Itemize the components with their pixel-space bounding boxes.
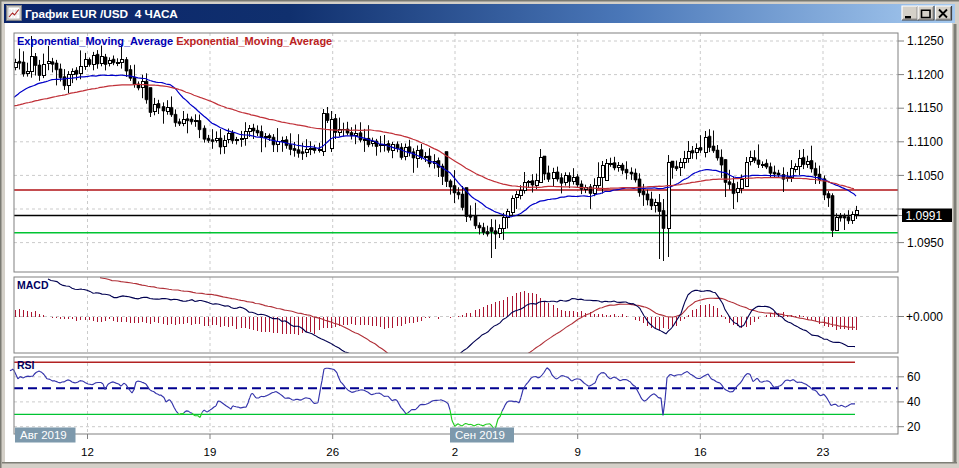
svg-text:2: 2	[452, 446, 458, 458]
svg-text:+0.000: +0.000	[906, 310, 943, 324]
svg-text:Exponential_Moving_Average Exp: Exponential_Moving_Average Exponential_M…	[17, 35, 332, 47]
svg-text:60: 60	[907, 370, 921, 384]
svg-text:19: 19	[204, 446, 217, 458]
svg-text:1.1050: 1.1050	[907, 169, 944, 183]
svg-text:1.0950: 1.0950	[907, 236, 944, 250]
svg-text:Авг 2019: Авг 2019	[20, 429, 67, 441]
svg-text:23: 23	[817, 446, 830, 458]
svg-text:1.1250: 1.1250	[907, 34, 944, 48]
svg-text:1.1100: 1.1100	[907, 135, 943, 149]
svg-text:9: 9	[574, 446, 580, 458]
svg-text:MACD: MACD	[17, 279, 49, 291]
svg-text:20: 20	[907, 420, 921, 434]
svg-text:1.1200: 1.1200	[907, 68, 944, 82]
svg-text:16: 16	[694, 446, 707, 458]
svg-text:12: 12	[81, 446, 94, 458]
svg-text:График EUR /USD 4 ЧАСА: График EUR /USD 4 ЧАСА	[25, 7, 178, 21]
svg-text:1.0991: 1.0991	[906, 209, 943, 223]
svg-text:40: 40	[907, 395, 921, 409]
svg-text:Сен 2019: Сен 2019	[455, 429, 505, 441]
svg-text:RSI: RSI	[17, 359, 35, 371]
svg-text:1.1150: 1.1150	[907, 101, 943, 115]
svg-text:26: 26	[326, 446, 339, 458]
